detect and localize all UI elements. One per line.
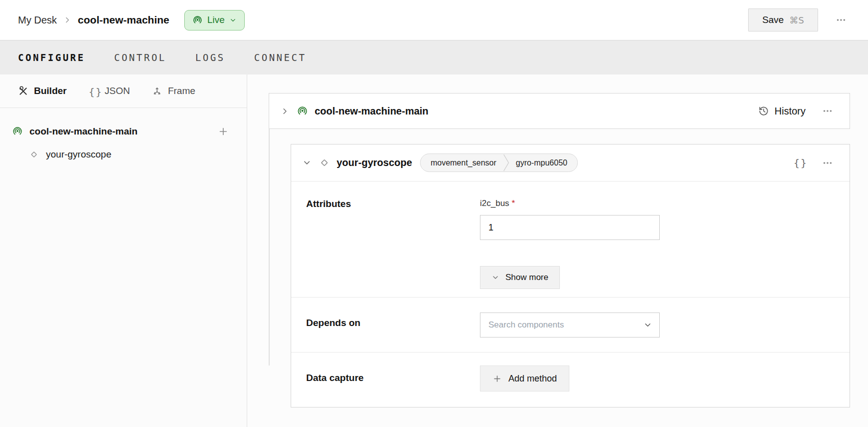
breadcrumb-machine-name: cool-new-machine (78, 14, 169, 26)
tab-control[interactable]: CONTROL (114, 52, 166, 63)
subtab-json[interactable]: {} JSON (88, 86, 130, 96)
subtab-json-label: JSON (104, 86, 130, 96)
tab-configure[interactable]: CONFIGURE (18, 52, 85, 63)
machine-part-tree: cool-new-machine-main your-gyroscope (0, 108, 247, 166)
i2c-bus-label-text: i2c_bus (480, 198, 509, 208)
i2c-bus-input[interactable] (480, 215, 660, 240)
component-name: your-gyroscope (337, 157, 412, 168)
depends-on-section: Depends on (291, 297, 850, 352)
attributes-section-label: Attributes (306, 198, 480, 297)
component-model-tag: gyro-mpu6050 (509, 154, 577, 172)
machine-part-card: cool-new-machine-main History (269, 93, 850, 129)
tab-connect[interactable]: CONNECT (254, 52, 307, 63)
broadcast-icon (12, 126, 23, 137)
i2c-bus-field-label: i2c_bus* (480, 198, 660, 208)
topbar: My Desk cool-new-machine Live Save ⌘S (0, 0, 868, 40)
config-view-subtabs: Builder {} JSON Frame (0, 74, 247, 108)
subtab-builder[interactable]: Builder (18, 86, 66, 96)
plus-icon (218, 126, 229, 137)
tree-component-name: your-gyroscope (46, 149, 111, 160)
ellipsis-icon (822, 106, 833, 116)
machine-part-title: cool-new-machine-main (315, 106, 429, 117)
topbar-more-menu-button[interactable] (832, 11, 850, 29)
add-component-button[interactable] (217, 125, 230, 138)
search-components-input[interactable] (488, 320, 643, 330)
broadcast-icon (192, 15, 203, 26)
chevron-down-icon (491, 274, 499, 282)
tree-item-machine-main[interactable]: cool-new-machine-main (0, 120, 247, 143)
save-button-label: Save (762, 14, 784, 26)
component-diamond-icon (29, 150, 39, 160)
subtab-frame-label: Frame (168, 86, 195, 96)
chevron-down-icon (643, 320, 652, 330)
ellipsis-icon (822, 158, 833, 168)
component-type-model-tags: movement_sensor gyro-mpu6050 (420, 154, 578, 172)
tools-icon (18, 86, 28, 96)
add-method-button[interactable]: Add method (480, 366, 569, 392)
live-status-dropdown[interactable]: Live (184, 10, 245, 30)
braces-icon: {} (794, 157, 808, 169)
chevron-down-icon (229, 16, 237, 24)
live-status-label: Live (207, 14, 225, 26)
attributes-section: Attributes i2c_bus* Show more (291, 182, 850, 297)
history-clock-icon (758, 106, 769, 116)
component-card-header: your-gyroscope movement_sensor gyro-mpu6… (291, 144, 850, 182)
data-capture-section-label: Data capture (306, 366, 480, 408)
tree-item-gyroscope[interactable]: your-gyroscope (0, 143, 247, 166)
machine-card-menu-button[interactable] (819, 102, 837, 120)
main-tabbar: CONFIGURE CONTROL LOGS CONNECT (0, 40, 868, 74)
plus-icon (492, 374, 502, 384)
braces-icon: {} (88, 86, 99, 96)
tag-divider-icon (503, 154, 509, 172)
component-card-menu-button[interactable] (819, 154, 837, 172)
data-capture-fields: Add method (480, 366, 569, 408)
breadcrumb-chevron-icon (63, 16, 72, 24)
chevron-right-icon (280, 106, 290, 116)
data-capture-section: Data capture Add method (291, 352, 850, 408)
axes-icon (152, 86, 162, 96)
app-window: My Desk cool-new-machine Live Save ⌘S CO… (0, 0, 868, 427)
breadcrumb-my-desk[interactable]: My Desk (18, 14, 57, 26)
component-diamond-icon (319, 157, 330, 168)
required-marker: * (512, 198, 515, 208)
save-button[interactable]: Save ⌘S (748, 8, 818, 32)
gyroscope-component-card: your-gyroscope movement_sensor gyro-mpu6… (291, 144, 850, 408)
tree-machine-name: cool-new-machine-main (29, 126, 137, 137)
add-method-label: Add method (508, 374, 557, 384)
show-more-label: Show more (505, 272, 548, 282)
depends-on-section-label: Depends on (306, 312, 480, 352)
subtab-frame[interactable]: Frame (152, 86, 195, 96)
depends-on-select[interactable] (480, 312, 660, 338)
subtab-builder-label: Builder (34, 86, 66, 96)
history-button[interactable]: History (758, 106, 806, 117)
ellipsis-icon (836, 14, 847, 26)
attributes-fields: i2c_bus* Show more (480, 198, 660, 297)
chevron-down-icon (302, 158, 312, 168)
view-raw-json-button[interactable]: {} (794, 157, 808, 169)
save-shortcut: ⌘S (789, 15, 804, 26)
show-more-button[interactable]: Show more (480, 266, 560, 289)
expand-machine-card-button[interactable] (280, 106, 290, 116)
history-label: History (775, 106, 806, 117)
config-main-area: cool-new-machine-main History your-gyros… (247, 74, 868, 427)
tree-connector-line (269, 129, 270, 366)
collapse-component-card-button[interactable] (302, 158, 312, 168)
broadcast-icon (297, 106, 308, 117)
config-sidebar: Builder {} JSON Frame cool-new-machine-m… (0, 74, 247, 427)
tab-logs[interactable]: LOGS (195, 52, 225, 63)
component-type-tag: movement_sensor (421, 154, 503, 172)
